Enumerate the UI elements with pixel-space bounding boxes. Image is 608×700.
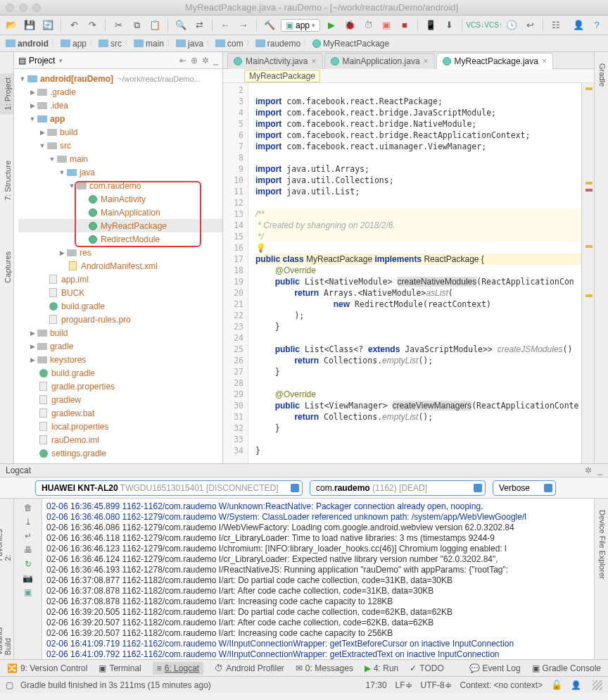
tab-mainapplication[interactable]: MainApplication.java× [324, 53, 435, 69]
run-icon[interactable]: ▶ [324, 18, 338, 32]
crumb-item[interactable]: main [134, 39, 164, 49]
copy-icon[interactable]: ⧉ [129, 18, 144, 32]
tool-profiler[interactable]: ⏱ Android Profiler [215, 663, 284, 673]
open-icon[interactable]: 📂 [4, 18, 18, 32]
level-select[interactable]: Verbose [493, 480, 556, 496]
tool-tab-project[interactable]: 1: Project [0, 73, 13, 114]
tool-logcat[interactable]: ≡ 6: Logcat [153, 662, 203, 675]
hide-icon[interactable]: ⎯ [213, 56, 218, 65]
close-icon[interactable]: × [311, 56, 316, 66]
soft-wrap-icon[interactable]: ↵ [25, 531, 32, 541]
structure-icon[interactable]: ☷ [549, 18, 563, 32]
line-ending[interactable]: LF≑ [395, 680, 412, 690]
tool-tab-build-variants[interactable]: Build Variants [0, 608, 13, 659]
history-icon[interactable]: 🕓 [505, 18, 519, 32]
context[interactable]: Context: <no context> [460, 680, 543, 690]
vcs-commit-icon[interactable]: VCS↑ [486, 18, 500, 32]
expand-icon[interactable]: ⊕ [191, 56, 198, 65]
encoding[interactable]: UTF-8≑ [421, 680, 452, 690]
restart-icon[interactable]: ↻ [25, 559, 32, 569]
sync-icon[interactable]: 🔄 [41, 18, 55, 32]
forward-icon[interactable]: → [236, 18, 251, 32]
profile-icon[interactable]: ⏱ [361, 18, 375, 32]
project-view-combo[interactable]: ▤ Project [18, 56, 63, 65]
logcat-output[interactable]: 02-06 16:36:45.899 1162-1162/com.raudemo… [42, 499, 594, 659]
gear-icon[interactable]: ✲ [202, 56, 209, 65]
process-select[interactable]: com.raudemo (1162) [DEAD] [310, 480, 486, 496]
logcat-header[interactable]: Logcat ✲ ⎯ [0, 463, 608, 477]
close-icon[interactable]: × [542, 56, 547, 66]
file-icon [39, 435, 47, 444]
revert-icon[interactable]: ↩ [523, 18, 537, 32]
zoom-icon[interactable] [32, 4, 41, 12]
tool-messages[interactable]: ✉ 0: Messages [296, 663, 353, 673]
redo-icon[interactable]: ↷ [85, 18, 99, 32]
crumb-item[interactable]: com [215, 39, 243, 49]
crumb-item[interactable]: app [61, 39, 87, 49]
avd-icon[interactable]: 📱 [424, 18, 438, 32]
tab-mainactivity[interactable]: MainActivity.java× [227, 53, 323, 69]
project-tree[interactable]: ▼android [rauDemo]~/work/react/rauDemo..… [14, 69, 222, 463]
print-icon[interactable]: 🖶 [24, 545, 32, 555]
screenshot-icon[interactable]: 📷 [23, 573, 33, 583]
tab-myreactpackage[interactable]: MyReactPackage.java× [436, 53, 553, 69]
error-stripe[interactable] [581, 83, 594, 463]
attach-icon[interactable]: ▣ [379, 18, 393, 32]
undo-icon[interactable]: ↶ [67, 18, 81, 32]
titlebar: MyReactPackage.java - rauDemo - [~/work/… [0, 0, 608, 15]
inspect-icon[interactable]: 👤 [571, 680, 581, 690]
class-icon [331, 57, 339, 65]
vcs-update-icon[interactable]: VCS↓ [468, 18, 482, 32]
tool-tab-gradle[interactable]: Gradle [595, 59, 608, 91]
tool-tab-captures[interactable]: Captures [0, 247, 13, 287]
caret-position[interactable]: 17:30 [366, 680, 387, 690]
back-icon[interactable]: ← [218, 18, 232, 32]
replace-icon[interactable]: ⇄ [192, 18, 206, 32]
tool-tab-structure[interactable]: 7: Structure [0, 156, 13, 205]
find-icon[interactable]: 🔍 [174, 18, 188, 32]
device-select[interactable]: HUAWEI KNT-AL20 TWGDU16513015401 [DISCON… [35, 480, 303, 496]
tool-tab-device-explorer[interactable]: Device File Explorer [595, 506, 608, 583]
close-icon[interactable]: × [424, 56, 429, 66]
class-icon [234, 57, 242, 65]
crumb-item[interactable]: android [6, 39, 49, 49]
tool-run[interactable]: ▶ 4: Run [365, 663, 398, 673]
run-config-combo[interactable]: ▣ app [281, 19, 320, 32]
trash-icon[interactable]: 🗑 [24, 503, 32, 513]
crumb-item[interactable]: MyReactPackage [312, 39, 389, 49]
close-icon[interactable] [6, 4, 14, 12]
line-gutter[interactable]: 2345678910111213141516171819202122232425… [223, 83, 248, 463]
sdk-icon[interactable]: ⬇ [442, 18, 456, 32]
crumb-item[interactable]: src [99, 39, 122, 49]
project-header: ▤ Project ⇤ ⊕ ✲ ⎯ [14, 52, 222, 69]
scroll-end-icon[interactable]: ⤓ [25, 517, 32, 527]
paste-icon[interactable]: 📋 [148, 18, 162, 32]
resize-grip-icon[interactable] [593, 680, 602, 690]
crumb-item[interactable]: raudemo [255, 39, 300, 49]
collapse-icon[interactable]: ⇤ [179, 56, 186, 65]
save-icon[interactable]: 💾 [23, 18, 37, 32]
debug-icon[interactable]: 🐞 [343, 18, 357, 32]
tool-todo[interactable]: ✓ TODO [410, 663, 443, 673]
tool-tab-favorites[interactable]: 2: Favorites [0, 520, 13, 565]
code-area[interactable]: import com.facebook.react.ReactPackage; … [248, 83, 581, 463]
tool-eventlog[interactable]: 💬 Event Log [469, 663, 521, 673]
file-icon [49, 315, 57, 324]
stop-icon[interactable]: ■ [398, 18, 412, 32]
status-window-icon[interactable]: ▢ [6, 680, 13, 690]
build-icon[interactable]: 🔨 [262, 18, 277, 32]
hide-icon[interactable]: ⎯ [597, 465, 602, 475]
tool-vcs[interactable]: 🔀 9: Version Control [7, 663, 87, 673]
settings-icon[interactable]: ▣ [24, 587, 32, 597]
crumb-item[interactable]: java [176, 39, 203, 49]
window-controls[interactable] [6, 4, 41, 12]
tool-terminal[interactable]: ▣ Terminal [99, 663, 141, 673]
assistant-icon[interactable]: 👤 [571, 18, 585, 32]
gear-icon[interactable]: ✲ [585, 465, 592, 475]
cut-icon[interactable]: ✂ [111, 18, 125, 32]
minimize-icon[interactable] [19, 4, 27, 12]
lock-icon[interactable]: 🔓 [551, 680, 562, 690]
help-icon[interactable]: ? [590, 18, 604, 32]
project-tool-window: ▤ Project ⇤ ⊕ ✲ ⎯ ▼android [rauDemo]~/wo… [14, 52, 223, 463]
tool-gradle-console[interactable]: ▣ Gradle Console [532, 663, 601, 673]
